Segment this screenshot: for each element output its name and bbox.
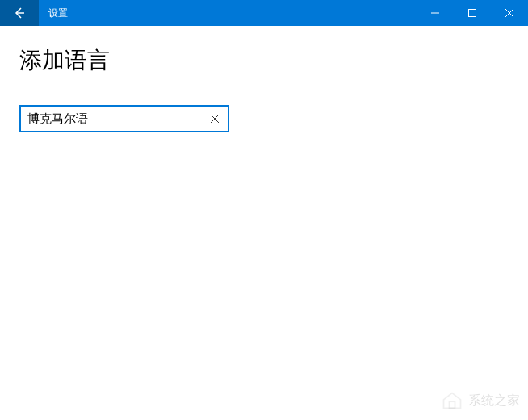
maximize-icon bbox=[468, 9, 476, 17]
close-button[interactable] bbox=[491, 0, 528, 26]
back-arrow-icon bbox=[13, 6, 26, 19]
language-search-input[interactable] bbox=[27, 112, 203, 126]
watermark: 系统之家 bbox=[441, 389, 520, 412]
maximize-button[interactable] bbox=[454, 0, 491, 26]
window-title: 设置 bbox=[39, 0, 417, 26]
language-search-box bbox=[19, 105, 229, 132]
page-title: 添加语言 bbox=[19, 45, 509, 76]
watermark-text: 系统之家 bbox=[468, 393, 520, 410]
back-button[interactable] bbox=[0, 0, 39, 26]
minimize-button[interactable] bbox=[417, 0, 454, 26]
minimize-icon bbox=[431, 9, 439, 17]
window-controls bbox=[417, 0, 528, 26]
clear-icon bbox=[210, 114, 220, 124]
titlebar: 设置 bbox=[0, 0, 528, 26]
content-area: 添加语言 bbox=[0, 26, 528, 152]
close-icon bbox=[505, 9, 513, 17]
clear-search-button[interactable] bbox=[203, 107, 226, 130]
svg-rect-1 bbox=[469, 10, 476, 17]
watermark-logo-icon bbox=[441, 389, 463, 412]
svg-rect-6 bbox=[450, 401, 455, 408]
